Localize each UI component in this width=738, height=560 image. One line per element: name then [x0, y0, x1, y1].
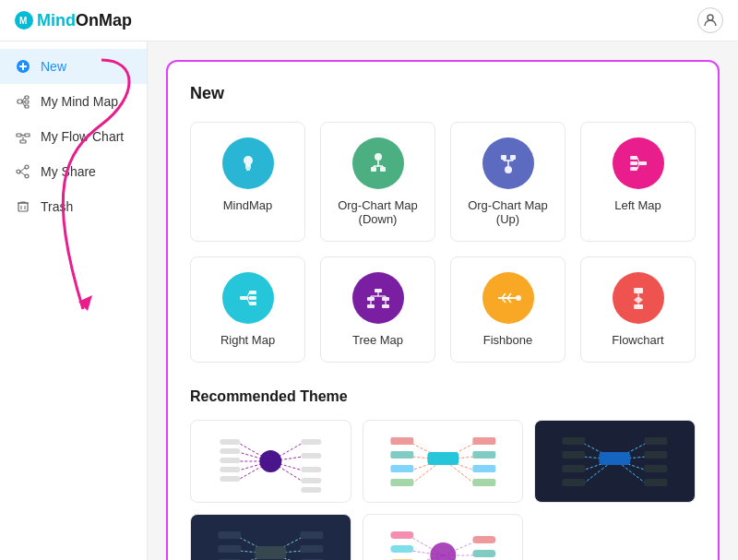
sidebar-item-trash[interactable]: Trash: [0, 189, 147, 224]
svg-rect-113: [390, 479, 413, 486]
map-item-tree-map[interactable]: Tree Map: [320, 256, 435, 363]
right-map-label: Right Map: [220, 333, 275, 347]
svg-point-27: [244, 156, 253, 165]
map-item-fishbone[interactable]: Fishbone: [450, 256, 565, 363]
svg-rect-45: [639, 161, 647, 165]
user-icon: [703, 13, 718, 28]
svg-point-31: [375, 153, 382, 161]
svg-rect-116: [472, 465, 495, 472]
svg-point-2: [708, 15, 713, 20]
mind-map-icon: [15, 93, 31, 110]
content-box: New MindMap: [166, 60, 720, 560]
map-item-flowchart[interactable]: Flowchart: [580, 256, 696, 363]
svg-rect-52: [240, 296, 247, 300]
svg-point-155: [430, 542, 456, 560]
tree-map-label: Tree Map: [352, 333, 403, 347]
theme-item-3[interactable]: [534, 420, 696, 503]
sidebar-label-flow-chart: My Flow Chart: [41, 129, 124, 144]
theme-preview-4: [198, 518, 343, 560]
svg-rect-78: [634, 304, 643, 309]
svg-rect-94: [220, 467, 240, 472]
svg-rect-143: [218, 545, 241, 553]
plus-circle-icon: [15, 58, 31, 75]
theme-item-4[interactable]: [190, 514, 351, 560]
svg-rect-97: [301, 453, 321, 459]
svg-line-58: [247, 298, 249, 304]
map-item-left-map[interactable]: Left Map: [580, 122, 696, 242]
svg-rect-115: [472, 451, 495, 459]
theme-item-2[interactable]: [363, 420, 524, 503]
tree-map-icon-circle: [352, 272, 404, 324]
svg-rect-157: [390, 545, 413, 553]
sidebar-label-mind-map: My Mind Map: [41, 94, 118, 109]
org-chart-down-icon: [364, 149, 392, 177]
svg-rect-145: [300, 531, 323, 539]
sidebar-item-new[interactable]: New: [0, 49, 147, 84]
svg-rect-156: [390, 531, 413, 539]
mindmap-label: MindMap: [223, 198, 272, 212]
svg-rect-127: [563, 437, 586, 445]
theme-section-title: Recommended Theme: [190, 388, 696, 405]
fishbone-icon-circle: [482, 272, 534, 324]
svg-point-18: [25, 165, 29, 169]
left-map-icon: [625, 149, 652, 177]
map-item-org-chart-up[interactable]: Org-Chart Map (Up): [450, 122, 565, 242]
org-chart-down-icon-circle: [352, 137, 404, 189]
map-item-org-chart-down[interactable]: Org-Chart Map (Down): [320, 122, 435, 242]
svg-rect-14: [25, 134, 30, 137]
sidebar-item-flow-chart[interactable]: My Flow Chart: [0, 119, 147, 154]
fishbone-label: Fishbone: [483, 333, 532, 347]
svg-rect-53: [249, 291, 256, 294]
header: M MindOnMap: [0, 0, 738, 42]
svg-marker-77: [634, 296, 643, 304]
svg-line-49: [637, 158, 639, 163]
svg-line-22: [20, 172, 25, 175]
sidebar-item-mind-map[interactable]: My Mind Map: [0, 84, 147, 119]
theme-item-1[interactable]: [190, 420, 351, 503]
svg-rect-62: [367, 304, 375, 308]
svg-rect-46: [630, 156, 637, 160]
content-area: New MindMap: [148, 42, 738, 560]
svg-rect-60: [367, 297, 375, 301]
svg-rect-98: [301, 467, 321, 472]
tree-map-icon: [364, 284, 392, 312]
svg-rect-55: [249, 302, 256, 305]
svg-rect-33: [380, 167, 386, 172]
svg-rect-28: [245, 164, 251, 167]
svg-rect-93: [220, 458, 240, 463]
theme-preview-3: [542, 424, 687, 498]
svg-line-56: [247, 292, 249, 298]
new-section-title: New: [190, 84, 696, 103]
svg-rect-8: [25, 101, 29, 103]
logo-icon: M: [15, 11, 33, 30]
right-map-icon: [234, 284, 262, 312]
sidebar-label-share: My Share: [41, 164, 96, 179]
logo: M MindOnMap: [15, 11, 132, 30]
sidebar: New My Mind Map: [0, 42, 148, 560]
svg-rect-9: [25, 105, 29, 108]
svg-rect-96: [301, 439, 321, 445]
share-icon: [15, 163, 31, 180]
left-map-icon-circle: [613, 137, 664, 189]
org-chart-up-icon-circle: [482, 137, 534, 189]
flowchart-icon-circle: [613, 272, 664, 324]
svg-rect-111: [390, 451, 413, 459]
svg-rect-48: [630, 167, 637, 171]
theme-preview-2: [371, 424, 516, 498]
user-avatar-button[interactable]: [697, 7, 723, 33]
theme-grid: [190, 420, 696, 560]
flowchart-icon: [625, 284, 652, 312]
theme-preview-1: [198, 424, 343, 498]
logo-text: MindOnMap: [37, 11, 132, 30]
map-item-mindmap[interactable]: MindMap: [190, 122, 305, 242]
svg-rect-131: [645, 437, 668, 445]
theme-item-5[interactable]: [363, 514, 524, 560]
map-item-right-map[interactable]: Right Map: [190, 256, 305, 363]
svg-rect-47: [630, 161, 637, 165]
svg-line-21: [20, 168, 25, 172]
svg-point-19: [25, 174, 29, 178]
svg-point-75: [516, 295, 521, 301]
sidebar-item-share[interactable]: My Share: [0, 154, 147, 189]
svg-point-20: [17, 170, 20, 173]
svg-rect-109: [427, 452, 458, 465]
